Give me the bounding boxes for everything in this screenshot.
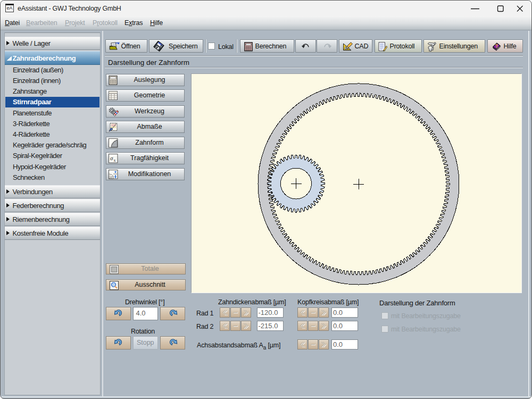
svg-text:x: x (114, 158, 116, 163)
svg-text:σ: σ (110, 155, 113, 161)
